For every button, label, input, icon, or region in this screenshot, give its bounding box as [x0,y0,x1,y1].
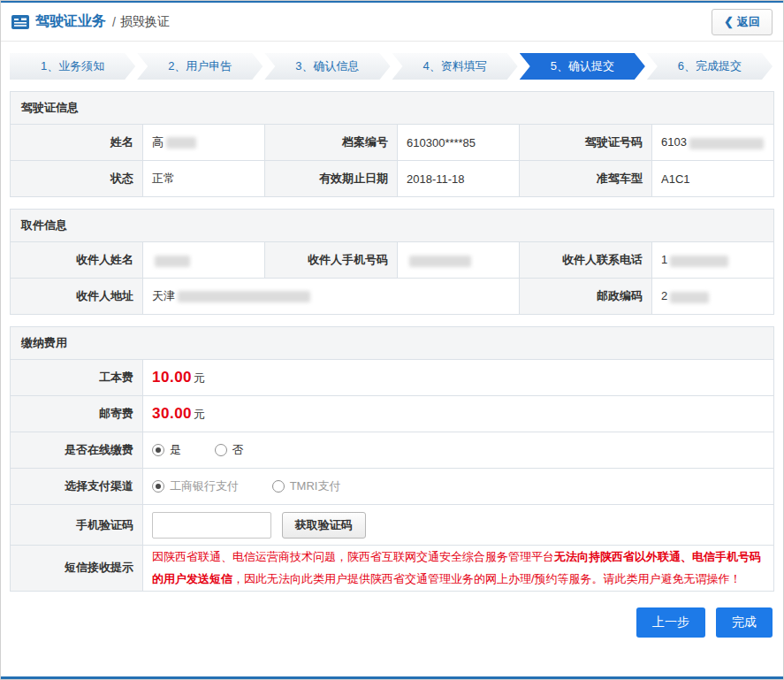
expiry-date-label: 有效期止日期 [265,161,398,197]
recipient-mobile-value [398,242,520,279]
redacted-blur [409,256,471,267]
status-value: 正常 [143,161,265,197]
license-number-label: 驾驶证号码 [520,125,652,161]
sms-notice-text: 因陕西省联通、电信运营商技术问题，陕西省互联网交通安全综合服务管理平台无法向持陕… [152,546,765,591]
production-fee-value: 10.00元 [143,360,774,396]
online-no-option[interactable]: 否 [215,442,244,458]
header: 驾驶证业务 / 损毁换证 ❮ 返回 [1,3,783,42]
table-row: 收件人地址 天津 邮政编码 2 [11,279,774,315]
payment-channel-options: 工商银行支付 TMRI支付 [143,469,774,505]
payment-table: 工本费 10.00元 邮寄费 30.00元 是否在线缴费 是 [10,359,774,592]
recipient-address-label: 收件人地址 [11,279,143,315]
license-card-icon [11,15,29,29]
redacted-blur [689,138,764,149]
recipient-address-value: 天津 [143,279,520,315]
channel-tmri-label: TMRI支付 [290,478,341,494]
back-chevron-icon: ❮ [724,15,734,28]
sms-code-input[interactable] [152,512,271,539]
channel-icbc-label: 工商银行支付 [170,478,239,494]
step-5-confirm-submit-active: 5、确认提交 [520,53,645,80]
recipient-name-label: 收件人姓名 [11,242,143,279]
back-button-label: 返回 [737,14,760,30]
get-code-button[interactable]: 获取验证码 [282,512,366,539]
bottom-accent-bar [1,676,783,679]
pickup-info-table: 收件人姓名 收件人手机号码 收件人联系电话 1 收件人地址 天津 邮政编码 2 [10,241,774,315]
sms-notice-cell: 因陕西省联通、电信运营商技术问题，陕西省互联网交通安全综合服务管理平台无法向持陕… [143,546,774,592]
radio-checked-icon[interactable] [152,444,164,456]
pickup-info-section: 取件信息 收件人姓名 收件人手机号码 收件人联系电话 1 收件人地址 天津 邮政… [10,209,774,315]
payment-channel-label: 选择支付渠道 [11,469,143,505]
footer-actions: 上一步 完成 [1,607,773,638]
table-row: 手机验证码 获取验证码 [11,505,774,546]
redacted-blur [166,137,196,149]
recipient-mobile-label: 收件人手机号码 [265,242,398,279]
recipient-phone-value: 1 [652,242,774,279]
postage-fee-amount: 30.00 [152,405,192,422]
license-number-value: 6103 [652,125,774,161]
postal-code-value: 2 [652,279,774,315]
table-row: 收件人姓名 收件人手机号码 收件人联系电话 1 [11,242,774,279]
pickup-info-section-title: 取件信息 [10,209,774,241]
online-no-label: 否 [232,442,244,458]
table-row: 状态 正常 有效期止日期 2018-11-18 准驾车型 A1C1 [11,161,774,197]
postal-code-label: 邮政编码 [520,279,652,315]
previous-step-button[interactable]: 上一步 [636,607,705,638]
back-button[interactable]: ❮ 返回 [712,9,773,35]
vehicle-class-label: 准驾车型 [520,161,652,197]
online-yes-option[interactable]: 是 [152,442,181,458]
license-info-section-title: 驾驶证信息 [10,91,774,124]
table-row: 姓名 高 档案编号 610300****85 驾驶证号码 6103 [11,125,774,161]
recipient-phone-label: 收件人联系电话 [520,242,652,279]
page: 驾驶证业务 / 损毁换证 ❮ 返回 1、业务须知 2、用户申告 3、确认信息 4… [0,0,784,680]
file-number-value: 610300****85 [398,125,520,161]
payment-section: 缴纳费用 工本费 10.00元 邮寄费 30.00元 是否在线缴费 [10,326,774,592]
table-row: 是否在线缴费 是 否 [11,432,774,469]
postage-fee-value: 30.00元 [143,396,774,432]
name-label: 姓名 [11,125,143,161]
table-row: 邮寄费 30.00元 [11,396,774,432]
step-progress-bar: 1、业务须知 2、用户申告 3、确认信息 4、资料填写 5、确认提交 6、完成提… [10,53,774,80]
step-6-complete-submit: 6、完成提交 [647,53,773,80]
vehicle-class-value: A1C1 [652,161,774,197]
breadcrumb-separator: / [112,15,116,29]
step-1-business-notice: 1、业务须知 [10,53,135,80]
channel-tmri-option[interactable]: TMRI支付 [272,478,341,494]
status-label: 状态 [11,161,143,197]
redacted-blur [670,256,728,267]
breadcrumb-current: 损毁换证 [120,14,170,30]
finish-button[interactable]: 完成 [716,607,773,638]
postage-fee-label: 邮寄费 [11,396,143,432]
online-payment-label: 是否在线缴费 [11,432,143,469]
license-info-table: 姓名 高 档案编号 610300****85 驾驶证号码 6103 状态 正常 … [10,124,774,197]
production-fee-amount: 10.00 [152,369,192,386]
step-2-user-declaration: 2、用户申告 [137,53,263,80]
name-value: 高 [143,125,265,161]
radio-checked-icon[interactable] [152,480,164,493]
file-number-label: 档案编号 [265,125,398,161]
redacted-blur [155,256,190,267]
production-fee-label: 工本费 [11,360,143,396]
sms-code-cell: 获取验证码 [143,505,774,546]
license-info-section: 驾驶证信息 姓名 高 档案编号 610300****85 驾驶证号码 6103 … [10,91,774,197]
radio-unchecked-icon[interactable] [215,444,227,456]
step-4-fill-data: 4、资料填写 [392,53,518,80]
fee-unit: 元 [194,371,205,385]
step-3-confirm-info: 3、确认信息 [264,53,390,80]
sms-code-label: 手机验证码 [11,505,143,546]
table-row: 选择支付渠道 工商银行支付 TMRI支付 [11,469,774,505]
sms-notice-label: 短信接收提示 [11,546,143,592]
online-payment-options: 是 否 [143,432,774,469]
channel-icbc-option[interactable]: 工商银行支付 [152,478,239,494]
radio-unchecked-icon[interactable] [272,480,285,493]
fee-unit: 元 [194,408,205,421]
page-title: 驾驶证业务 [35,12,106,31]
recipient-name-value [143,242,265,279]
payment-section-title: 缴纳费用 [10,326,774,359]
table-row: 短信接收提示 因陕西省联通、电信运营商技术问题，陕西省互联网交通安全综合服务管理… [11,546,774,592]
online-yes-label: 是 [170,442,181,458]
redacted-blur [178,291,310,302]
redacted-blur [670,292,709,303]
table-row: 工本费 10.00元 [11,360,774,396]
expiry-date-value: 2018-11-18 [398,161,520,197]
